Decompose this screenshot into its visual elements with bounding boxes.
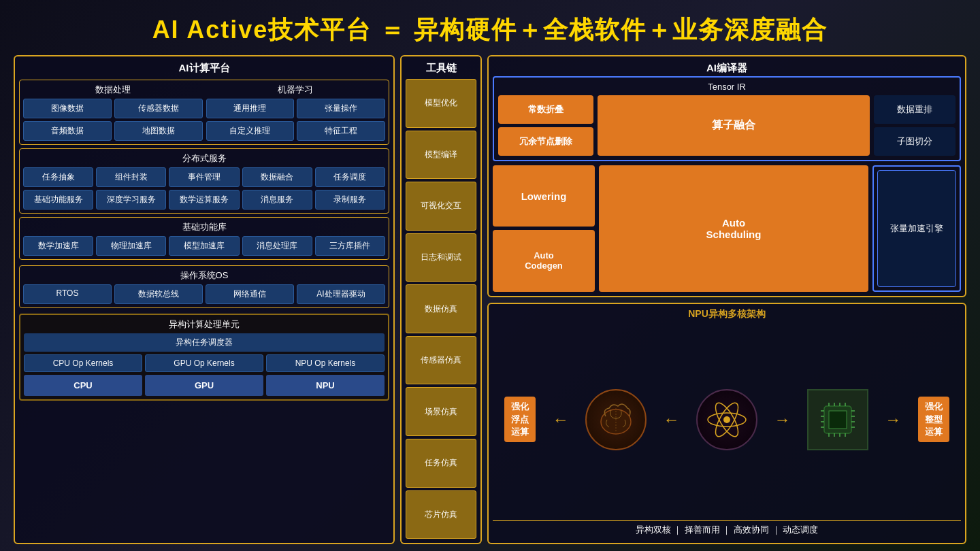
arrow-mid-left: ← bbox=[664, 410, 680, 429]
data-processing-section: 数据处理 图像数据 传感器数据 音频数据 地图数据 bbox=[23, 84, 203, 141]
data-item-0: 图像数据 bbox=[23, 99, 112, 118]
svg-rect-7 bbox=[829, 411, 847, 429]
brain-icon bbox=[585, 389, 647, 450]
hetero-scheduler: 异构任务调度器 bbox=[24, 333, 385, 352]
lowering-btn: Lowering bbox=[493, 165, 595, 227]
ml-title: 机器学习 bbox=[206, 84, 386, 96]
hetero-title: 异构计算处理单元 bbox=[24, 318, 385, 331]
distributed-row2: 基础功能服务 深度学习服务 数学运算服务 消息服务 录制服务 bbox=[23, 190, 385, 210]
distributed-row1: 任务抽象 组件封装 事件管理 数据融合 任务调度 bbox=[23, 167, 385, 187]
auto-scheduling-btn: Auto Scheduling bbox=[599, 165, 868, 292]
tool-3: 日志和调试 bbox=[406, 233, 476, 282]
data-processing-title: 数据处理 bbox=[23, 84, 203, 96]
redundant-btn: 冗余节点删除 bbox=[498, 127, 593, 156]
lib-2: 模型加速库 bbox=[169, 236, 239, 256]
os-1: 数据软总线 bbox=[114, 284, 203, 304]
tool-8: 芯片仿真 bbox=[406, 490, 476, 539]
ml-item-2: 自定义推理 bbox=[206, 121, 295, 141]
tensor-accel-btn: 张量加速引擎 bbox=[877, 170, 956, 287]
tool-0: 模型优化 bbox=[406, 79, 476, 128]
compiler-grid: 常数折叠 冗余节点删除 算子融合 数据重排 子图切分 bbox=[498, 95, 956, 156]
kernel-1: GPU Op Kernels bbox=[145, 354, 263, 372]
ai-platform-panel: AI计算平台 数据处理 图像数据 传感器数据 音频数据 地图数据 bbox=[14, 55, 395, 544]
data-ml-box: 数据处理 图像数据 传感器数据 音频数据 地图数据 机器学习 通用推理 bbox=[19, 80, 389, 145]
page-title: AI Active技术平台 ＝ 异构硬件＋全栈软件＋业务深度融合 bbox=[14, 7, 966, 55]
os-grid: RTOS 数据软总线 网络通信 AI处理器驱动 bbox=[23, 284, 385, 304]
ml-grid: 通用推理 张量操作 自定义推理 特征工程 bbox=[206, 99, 386, 141]
const-fold-btn: 常数折叠 bbox=[498, 95, 593, 124]
lib-0: 数学加速库 bbox=[23, 236, 93, 256]
kernel-2: NPU Op Kernels bbox=[266, 354, 385, 372]
hetero-section: 异构计算处理单元 异构任务调度器 CPU Op Kernels GPU Op K… bbox=[19, 314, 389, 401]
kernels-grid: CPU Op Kernels GPU Op Kernels NPU Op Ker… bbox=[24, 354, 385, 372]
tools-panel: 工具链 模型优化 模型编译 可视化交互 日志和调试 数据仿真 传感器仿真 场景仿… bbox=[400, 55, 482, 544]
basic-lib-box: 基础功能库 数学加速库 物理加速库 模型加速库 消息处理库 三方库插件 bbox=[19, 217, 389, 260]
op-fusion-btn: 算子融合 bbox=[598, 95, 870, 156]
right-col: AI编译器 Tensor IR 常数折叠 冗余节点删除 算子融合 bbox=[487, 55, 966, 544]
ml-item-1: 张量操作 bbox=[297, 99, 385, 118]
distributed-box: 分布式服务 任务抽象 组件封装 事件管理 数据融合 任务调度 基础功能服务 深度… bbox=[19, 148, 389, 214]
compiler-middle: 算子融合 bbox=[598, 95, 870, 156]
tool-2: 可视化交互 bbox=[406, 182, 476, 231]
content-row: AI计算平台 数据处理 图像数据 传感器数据 音频数据 地图数据 bbox=[14, 55, 966, 544]
ml-item-0: 通用推理 bbox=[206, 99, 295, 118]
lowering-col: Lowering Auto Codegen bbox=[493, 165, 595, 292]
compiler-right: 数据重排 子图切分 bbox=[874, 95, 956, 156]
basic-lib-title: 基础功能库 bbox=[23, 221, 385, 233]
distributed-title: 分布式服务 bbox=[23, 152, 385, 165]
tensor-ir-title: Tensor IR bbox=[498, 82, 956, 92]
tool-7: 任务仿真 bbox=[406, 439, 476, 488]
dist-r2-0: 基础功能服务 bbox=[23, 190, 93, 210]
npu-title: NPU异构多核架构 bbox=[493, 308, 961, 320]
data-reorder-btn: 数据重排 bbox=[874, 95, 956, 124]
subgraph-cut-btn: 子图切分 bbox=[874, 127, 956, 156]
os-title: 操作系统OS bbox=[23, 269, 385, 282]
tools-title: 工具链 bbox=[406, 61, 476, 76]
processors-grid: CPU GPU NPU bbox=[24, 375, 385, 396]
dist-r1-3: 数据融合 bbox=[242, 167, 312, 187]
os-2: 网络通信 bbox=[206, 284, 294, 304]
npu-right-label: 强化整型运算 bbox=[918, 397, 949, 442]
dist-r2-2: 数学运算服务 bbox=[169, 190, 239, 210]
lib-1: 物理加速库 bbox=[96, 236, 166, 256]
os-3: AI处理器驱动 bbox=[297, 284, 385, 304]
chip-icon bbox=[807, 389, 868, 450]
main-container: AI Active技术平台 ＝ 异构硬件＋全栈软件＋业务深度融合 AI计算平台 … bbox=[0, 0, 980, 551]
auto-scheduling-label: Auto Scheduling bbox=[706, 217, 762, 240]
npu-panel: NPU异构多核架构 强化浮点运算 ← bbox=[487, 303, 966, 545]
arrow-right: → bbox=[885, 410, 901, 429]
svg-point-2 bbox=[723, 416, 730, 423]
dist-r2-1: 深度学习服务 bbox=[96, 190, 166, 210]
dist-r1-4: 任务调度 bbox=[315, 167, 385, 187]
ml-item-3: 特征工程 bbox=[297, 121, 385, 141]
arrow-mid-right: → bbox=[774, 410, 790, 429]
dist-r2-3: 消息服务 bbox=[242, 190, 312, 210]
lib-4: 三方库插件 bbox=[315, 236, 385, 256]
basic-lib-grid: 数学加速库 物理加速库 模型加速库 消息处理库 三方库插件 bbox=[23, 236, 385, 256]
dist-r1-1: 组件封装 bbox=[96, 167, 166, 187]
dist-r1-0: 任务抽象 bbox=[23, 167, 93, 187]
tool-4: 数据仿真 bbox=[406, 284, 476, 333]
npu-diagram: 强化浮点运算 ← bbox=[493, 322, 961, 518]
os-0: RTOS bbox=[23, 284, 112, 304]
data-item-1: 传感器数据 bbox=[114, 99, 203, 118]
atom-icon bbox=[696, 389, 757, 450]
dist-r2-4: 录制服务 bbox=[315, 190, 385, 210]
tensor-ir-box: Tensor IR 常数折叠 冗余节点删除 算子融合 数据 bbox=[493, 76, 961, 161]
compiler-bottom: Lowering Auto Codegen Auto Scheduling 张量… bbox=[493, 165, 961, 292]
npu-tag: NPU bbox=[266, 375, 385, 396]
compiler-left: 常数折叠 冗余节点删除 bbox=[498, 95, 593, 156]
arrow-left: ← bbox=[553, 410, 569, 429]
tool-5: 传感器仿真 bbox=[406, 336, 476, 385]
tool-1: 模型编译 bbox=[406, 131, 476, 180]
platform-top: 数据处理 图像数据 传感器数据 音频数据 地图数据 机器学习 通用推理 bbox=[23, 84, 385, 141]
data-item-3: 地图数据 bbox=[114, 121, 203, 141]
cpu-tag: CPU bbox=[24, 375, 142, 396]
npu-footer: 异构双核 ｜ 择善而用 ｜ 高效协同 ｜ 动态调度 bbox=[493, 520, 961, 539]
npu-right-text: 强化整型运算 bbox=[918, 397, 949, 442]
ai-platform-title: AI计算平台 bbox=[19, 61, 389, 76]
auto-codegen-btn: Auto Codegen bbox=[493, 230, 595, 291]
npu-left-text: 强化浮点运算 bbox=[504, 397, 536, 442]
compiler-panel: AI编译器 Tensor IR 常数折叠 冗余节点删除 算子融合 bbox=[487, 55, 966, 297]
tensor-accel-box: 张量加速引擎 bbox=[872, 165, 961, 292]
